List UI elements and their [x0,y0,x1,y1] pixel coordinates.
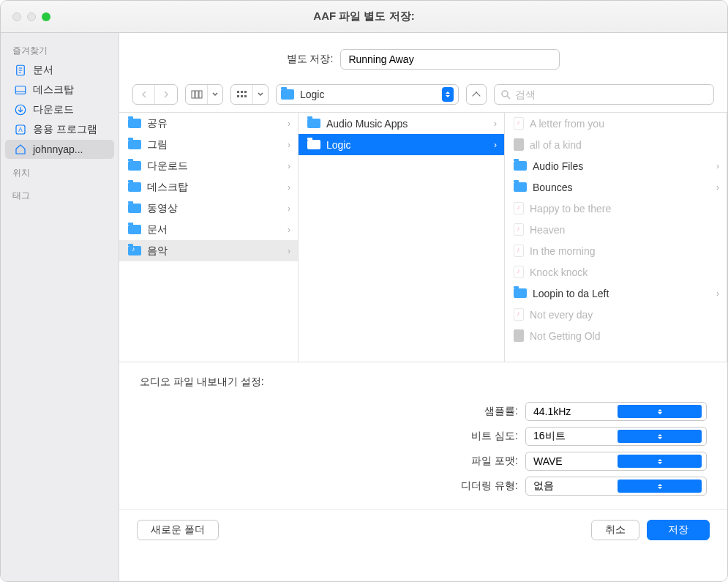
svg-point-19 [502,91,508,97]
browser-column-3[interactable]: A letter from youall of a kindAudio File… [505,113,727,362]
list-item-label: 데스크탑 [147,181,188,194]
list-item-label: Logic [326,139,350,151]
list-item[interactable]: Loopin to da Left› [505,283,727,304]
sidebar-item-home[interactable]: johnnyap... [5,140,114,159]
dithering-dropdown[interactable]: 없음 [525,477,707,496]
chevron-right-icon: › [288,225,290,235]
setting-row-samplerate: 샘플률: 44.1kHz [140,402,707,421]
list-item[interactable]: Not Getting Old [505,325,727,346]
audio-file-icon [514,308,524,321]
list-item[interactable]: 그림› [119,134,298,155]
folder-icon [128,182,141,192]
list-item-label: Knock knock [530,266,588,278]
setting-row-dithering: 디더링 유형: 없음 [140,477,707,496]
list-item-label: Audio Files [533,160,583,172]
folder-icon [307,119,320,128]
chevron-right-icon: › [288,161,290,171]
list-item[interactable]: In the morning [505,240,727,261]
folder-icon [514,288,527,298]
chevron-right-icon: › [716,288,719,299]
list-item[interactable]: 다운로드› [119,155,298,176]
svg-rect-18 [244,95,247,97]
chevron-down-icon [253,85,268,104]
minimize-window-button[interactable] [27,12,36,21]
list-item[interactable]: Bounces› [505,176,727,198]
list-item[interactable]: A letter from you [505,113,727,134]
sidebar: 즐겨찾기 문서 데스크탑 다운로드 [1,33,119,581]
cancel-button[interactable]: 취소 [591,520,639,540]
save-as-input[interactable] [340,49,560,70]
setting-label: 샘플률: [484,405,518,418]
list-item[interactable]: all of a kind [505,134,727,155]
sidebar-item-applications[interactable]: A 응용 프로그램 [5,120,114,139]
list-item[interactable]: Not every day [505,304,727,325]
project-file-icon [514,138,524,151]
save-as-row: 별도 저장: [119,33,727,80]
save-button[interactable]: 저장 [647,520,710,540]
folder-icon [307,140,320,149]
list-item-label: 음악 [147,245,168,258]
setting-row-bitdepth: 비트 심도: 16비트 [140,427,707,446]
back-button[interactable] [133,85,155,104]
chevron-right-icon: › [288,204,290,214]
close-window-button[interactable] [12,12,21,21]
list-item[interactable]: 공유› [119,113,298,134]
list-item[interactable]: Heaven [505,219,727,240]
list-item-label: In the morning [530,245,596,257]
list-item-label: Loopin to da Left [533,288,609,299]
list-item-label: 동영상 [147,202,178,215]
svg-line-20 [507,96,510,99]
sidebar-item-documents[interactable]: 문서 [5,61,114,80]
folder-icon [128,119,141,128]
list-item-label: A letter from you [530,118,604,130]
svg-rect-16 [237,95,239,97]
collapse-button[interactable] [466,84,487,105]
sidebar-item-label: 응용 프로그램 [33,123,97,136]
list-item-label: Not Getting Old [530,330,601,342]
dropdown-arrows-icon [618,430,702,443]
list-item[interactable]: 음악› [119,240,298,261]
list-item-label: Heaven [530,224,565,236]
list-item[interactable]: 데스크탑› [119,176,298,198]
browser-column-2[interactable]: Audio Music Apps›Logic› [299,113,505,362]
dropdown-arrows-icon [618,480,702,493]
sidebar-item-downloads[interactable]: 다운로드 [5,100,114,119]
list-item[interactable]: Happy to be there [505,198,727,219]
forward-button[interactable] [155,85,177,104]
fileformat-dropdown[interactable]: WAVE [525,452,707,471]
search-icon [500,89,511,100]
list-item[interactable]: 동영상› [119,198,298,219]
sidebar-item-desktop[interactable]: 데스크탑 [5,81,114,100]
audio-file-icon [514,117,524,130]
search-input[interactable] [515,89,708,100]
bitdepth-dropdown[interactable]: 16비트 [525,427,707,446]
list-item-label: Audio Music Apps [326,118,408,130]
path-dropdown[interactable]: Logic [276,84,459,105]
save-dialog-window: AAF 파일 별도 저장: 즐겨찾기 문서 데스크탑 다운로드 [0,0,728,582]
list-item[interactable]: Audio Music Apps› [299,113,504,134]
folder-icon [128,140,141,149]
list-item-label: all of a kind [530,139,582,151]
new-folder-button[interactable]: 새로운 폴더 [137,520,219,540]
folder-icon [514,161,527,171]
browser-column-1[interactable]: 공유›그림›다운로드›데스크탑›동영상›문서›음악› [119,113,299,362]
list-item[interactable]: Audio Files› [505,155,727,176]
folder-icon [281,89,294,100]
download-icon [14,103,27,116]
list-item[interactable]: Knock knock [505,261,727,283]
samplerate-dropdown[interactable]: 44.1kHz [525,402,707,421]
list-item[interactable]: 문서› [119,219,298,240]
document-icon [14,64,27,77]
titlebar: AAF 파일 별도 저장: [1,1,727,33]
group-by-button[interactable] [230,84,269,105]
sidebar-section-tags: 태그 [1,182,119,205]
view-mode-column[interactable] [185,84,223,105]
audio-file-icon [514,223,524,236]
search-box[interactable] [494,84,714,105]
list-item-label: 그림 [147,138,168,152]
list-item[interactable]: Logic› [299,134,504,155]
zoom-window-button[interactable] [42,12,50,21]
folder-icon [128,225,141,234]
chevron-right-icon: › [716,161,719,171]
main-panel: 별도 저장: [119,33,727,581]
